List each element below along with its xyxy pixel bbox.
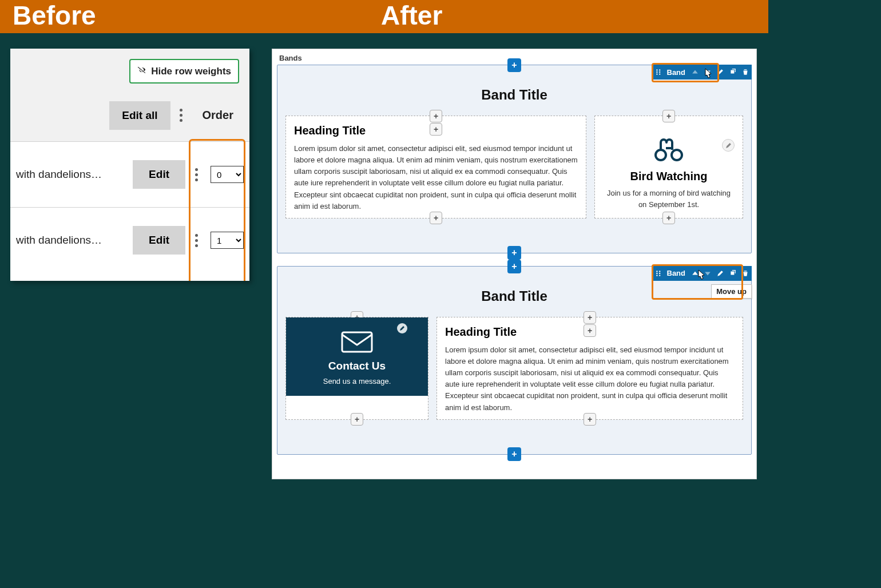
column-right: + Bird Watching Join us for a morning of… bbox=[594, 116, 743, 218]
band-title: Band Title bbox=[285, 87, 743, 103]
before-panel: Hide row weights Edit all Order with dan… bbox=[10, 49, 249, 281]
bird-watching-tile: Bird Watching Join us for a morning of b… bbox=[603, 122, 735, 210]
comparison-banner: Before After bbox=[0, 0, 768, 33]
add-band-above-button[interactable]: + bbox=[507, 58, 521, 72]
order-column-heading: Order bbox=[192, 101, 244, 130]
table-row: with dandelions… Edit 0 bbox=[10, 141, 249, 207]
drag-handle-icon[interactable] bbox=[652, 69, 666, 76]
edit-band-button[interactable] bbox=[714, 266, 727, 281]
tile-subtext: Join us for a morning of bird watching o… bbox=[603, 188, 735, 210]
add-below-button[interactable]: + bbox=[662, 212, 675, 224]
svg-point-12 bbox=[656, 275, 657, 276]
svg-point-4 bbox=[656, 73, 657, 74]
delete-band-button[interactable] bbox=[739, 266, 752, 281]
move-down-button[interactable] bbox=[701, 266, 714, 281]
row-text: with dandelions… bbox=[16, 234, 133, 247]
kebab-menu-icon[interactable] bbox=[174, 104, 189, 127]
edit-button[interactable]: Edit bbox=[133, 160, 185, 189]
svg-point-5 bbox=[659, 73, 660, 74]
banner-before-label: Before bbox=[13, 0, 96, 31]
band-toolbar-label: Band bbox=[666, 68, 689, 77]
band-toolbar-label: Band bbox=[666, 269, 689, 277]
column-right: + + Heading Title Lorem ipsum dolor sit … bbox=[436, 317, 743, 420]
before-header: Hide row weights Edit all Order bbox=[10, 49, 249, 141]
edit-band-button[interactable] bbox=[714, 65, 727, 80]
svg-point-3 bbox=[659, 71, 660, 73]
add-below-button[interactable]: + bbox=[430, 212, 442, 224]
svg-point-9 bbox=[659, 271, 660, 272]
tooltip-move-up: Move up bbox=[711, 284, 752, 299]
move-up-button[interactable] bbox=[689, 65, 701, 80]
add-band-below-button[interactable]: + bbox=[507, 447, 521, 461]
body-text: Lorem ipsum dolor sit amet, consectetur … bbox=[294, 143, 578, 212]
delete-band-button[interactable] bbox=[739, 65, 752, 80]
edit-tile-button[interactable] bbox=[397, 323, 407, 333]
order-select[interactable]: 1 bbox=[211, 232, 244, 249]
svg-point-6 bbox=[656, 150, 666, 160]
drag-handle-icon[interactable] bbox=[652, 270, 666, 277]
add-above-button[interactable]: + bbox=[584, 324, 596, 337]
tile-title: Contact Us bbox=[292, 360, 422, 372]
duplicate-band-button[interactable] bbox=[727, 65, 739, 80]
move-down-button[interactable] bbox=[701, 65, 714, 80]
column-left: + Contact Us Send us a message. + bbox=[285, 317, 428, 420]
add-above-button[interactable]: + bbox=[430, 123, 442, 136]
add-above-button[interactable]: + bbox=[584, 311, 596, 324]
order-select[interactable]: 0 bbox=[211, 166, 244, 183]
edit-all-button[interactable]: Edit all bbox=[109, 101, 170, 130]
tile-subtext: Send us a message. bbox=[292, 377, 422, 386]
svg-point-7 bbox=[672, 150, 682, 160]
row-text: with dandelions… bbox=[16, 168, 133, 181]
binoculars-icon bbox=[654, 154, 684, 164]
before-columns-header: Edit all Order bbox=[16, 88, 244, 130]
add-below-button[interactable]: + bbox=[351, 413, 363, 426]
add-band-below-button[interactable]: + bbox=[507, 246, 521, 260]
svg-point-10 bbox=[656, 273, 657, 274]
band-toolbar: Band bbox=[652, 65, 752, 80]
band-toolbar: Band Move up bbox=[652, 266, 752, 281]
svg-point-0 bbox=[656, 69, 657, 70]
hide-row-weights-button[interactable]: Hide row weights bbox=[129, 59, 239, 84]
add-below-button[interactable]: + bbox=[584, 413, 596, 426]
band-title: Band Title bbox=[285, 288, 743, 304]
tile-title: Bird Watching bbox=[603, 170, 735, 183]
band-columns: + Contact Us Send us a message. + + + He… bbox=[285, 317, 743, 420]
svg-point-1 bbox=[659, 69, 660, 70]
band-columns: + + Heading Title Lorem ipsum dolor sit … bbox=[285, 116, 743, 218]
band: + Band Move up Band Title + bbox=[277, 266, 752, 455]
svg-point-11 bbox=[659, 273, 660, 274]
kebab-menu-icon[interactable] bbox=[189, 163, 204, 186]
add-band-above-button[interactable]: + bbox=[507, 260, 521, 273]
svg-point-13 bbox=[659, 275, 660, 276]
eye-slash-icon bbox=[137, 65, 148, 78]
svg-rect-14 bbox=[342, 332, 372, 352]
move-up-button[interactable] bbox=[689, 266, 701, 281]
table-row: with dandelions… Edit 1 bbox=[10, 207, 249, 273]
hide-row-weights-label: Hide row weights bbox=[151, 66, 231, 77]
band: + Band Band Title + + Heading Title Lore… bbox=[277, 65, 752, 253]
svg-point-2 bbox=[656, 71, 657, 73]
svg-point-8 bbox=[656, 271, 657, 272]
add-above-button[interactable]: + bbox=[662, 110, 675, 122]
kebab-menu-icon[interactable] bbox=[189, 229, 204, 252]
envelope-icon bbox=[340, 346, 374, 356]
banner-after-label: After bbox=[381, 0, 442, 31]
body-text: Lorem ipsum dolor sit amet, consectetur … bbox=[445, 344, 735, 414]
column-left: + + Heading Title Lorem ipsum dolor sit … bbox=[285, 116, 586, 218]
edit-button[interactable]: Edit bbox=[133, 226, 185, 255]
after-panel: Bands + Band Band Title + + Heading Titl… bbox=[272, 49, 757, 479]
edit-tile-button[interactable] bbox=[722, 139, 735, 152]
contact-us-tile: Contact Us Send us a message. bbox=[286, 317, 428, 396]
duplicate-band-button[interactable] bbox=[727, 266, 739, 281]
add-above-button[interactable]: + bbox=[430, 110, 442, 122]
